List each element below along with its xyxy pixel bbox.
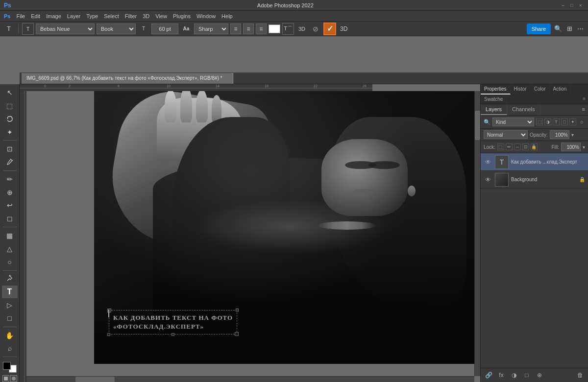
warp-text-icon[interactable]: T⌒ xyxy=(282,23,294,35)
tab-close-button[interactable]: × xyxy=(225,75,228,81)
tab-layers[interactable]: Layers xyxy=(481,104,507,115)
text-handle-br[interactable] xyxy=(172,333,174,336)
minimize-button[interactable]: – xyxy=(560,2,566,9)
align-right-button[interactable]: ≡ xyxy=(256,24,267,34)
canvas-vscroll-thumb[interactable] xyxy=(475,111,480,140)
menu-layer[interactable]: Layer xyxy=(67,13,81,19)
menu-view[interactable]: View xyxy=(155,13,167,19)
font-family-select[interactable]: Bebas Neue xyxy=(36,24,95,34)
text-warp-icon[interactable]: T xyxy=(22,23,34,35)
align-center-button[interactable]: ≡ xyxy=(243,24,254,34)
new-group-icon[interactable]: □ xyxy=(522,370,532,380)
filter-pixel-icon[interactable]: ⬚ xyxy=(536,119,543,125)
menu-help[interactable]: Help xyxy=(221,13,233,19)
panel-tab-history[interactable]: Histor xyxy=(511,84,531,95)
panel-collapse-icon[interactable]: ≡ xyxy=(580,95,588,104)
text-color-swatch[interactable] xyxy=(269,24,280,33)
shape-tool[interactable]: □ xyxy=(2,312,18,325)
quick-mask-mode[interactable] xyxy=(10,375,17,382)
lock-all-icon[interactable]: 🔒 xyxy=(531,143,538,150)
opacity-input[interactable] xyxy=(550,130,569,139)
share-button[interactable]: Share xyxy=(527,24,551,34)
menu-plugins[interactable]: Plugins xyxy=(173,13,191,19)
blur-tool[interactable]: △ xyxy=(2,242,18,255)
anti-alias-select[interactable]: Sharp xyxy=(194,24,228,34)
fill-arrow[interactable]: ▾ xyxy=(583,144,585,150)
history-brush-tool[interactable]: ↩ xyxy=(2,199,18,212)
photo-text-overlay[interactable]: КАК ДОБАВИТЬ ТЕКСТ НА ФОТО«ФОТОСКЛАД.ЭКС… xyxy=(109,310,237,334)
close-button[interactable]: × xyxy=(577,2,584,9)
color-swatches[interactable] xyxy=(2,361,18,374)
canvas-hscrollbar[interactable] xyxy=(26,376,474,382)
tab-channels[interactable]: Channels xyxy=(507,104,540,115)
fill-input[interactable] xyxy=(561,143,581,151)
canvas-hscroll-thumb[interactable] xyxy=(75,377,115,382)
pen-tool[interactable] xyxy=(2,272,18,285)
path-select-tool[interactable]: ▷ xyxy=(2,299,18,311)
zoom-tool[interactable]: ⌕ xyxy=(2,342,18,355)
hand-tool[interactable]: ✋ xyxy=(2,329,18,342)
lock-transparent-icon[interactable]: ⬚ xyxy=(497,143,504,150)
menu-filter[interactable]: Filter xyxy=(125,13,137,19)
cancel-transform-icon[interactable]: ⊘ xyxy=(310,23,321,35)
lock-pixels-icon[interactable]: ✏ xyxy=(506,143,513,150)
opacity-arrow[interactable]: ▾ xyxy=(571,132,574,138)
move-tool[interactable]: ↖ xyxy=(2,86,18,99)
layer-visibility-text[interactable]: 👁 xyxy=(484,158,492,167)
select-rect-tool[interactable]: ⬚ xyxy=(2,99,18,112)
more-options-icon[interactable]: ⋯ xyxy=(576,25,585,32)
menu-window[interactable]: Window xyxy=(196,13,216,19)
lock-artboard-icon[interactable]: ⊡ xyxy=(522,143,529,150)
menu-image[interactable]: Image xyxy=(46,13,61,19)
layer-effects-icon[interactable]: fx xyxy=(496,370,506,380)
lock-position-icon[interactable]: ↔ xyxy=(514,143,521,150)
commit-button[interactable]: ✓ xyxy=(323,23,336,35)
foreground-color[interactable] xyxy=(3,362,11,370)
photo-canvas[interactable]: КАК ДОБАВИТЬ ТЕКСТ НА ФОТО«ФОТОСКЛАД.ЭКС… xyxy=(94,91,480,364)
filter-smart-icon[interactable]: ✦ xyxy=(569,119,576,125)
menu-file[interactable]: File xyxy=(16,13,25,19)
panel-tab-properties[interactable]: Properties xyxy=(481,84,511,95)
crop-tool[interactable]: ⊡ xyxy=(2,143,18,155)
filter-adjust-icon[interactable]: ◑ xyxy=(544,119,551,125)
align-left-button[interactable]: ≡ xyxy=(230,24,241,34)
canvas-vscrollbar[interactable] xyxy=(474,91,480,376)
filter-toggle-button[interactable]: ○ xyxy=(578,119,585,125)
brush-tool[interactable]: ✏ xyxy=(2,173,18,186)
layer-item-background[interactable]: 👁 Background 🔒 xyxy=(481,171,588,189)
menu-edit[interactable]: Edit xyxy=(31,13,40,19)
filter-toggle-icon[interactable]: 🔍 xyxy=(484,119,490,125)
clone-stamp-tool[interactable]: ⊕ xyxy=(2,186,18,199)
type-tool[interactable]: T xyxy=(2,286,18,298)
maximize-button[interactable]: □ xyxy=(568,2,575,9)
menu-select[interactable]: Select xyxy=(104,13,119,19)
gradient-tool[interactable]: ▦ xyxy=(2,229,18,242)
panel-tab-color[interactable]: Color xyxy=(531,84,550,95)
lasso-tool[interactable] xyxy=(2,113,18,125)
case-toggle-icon[interactable]: Aa xyxy=(180,23,192,35)
magic-wand-tool[interactable]: ✦ xyxy=(2,126,18,139)
layers-panel-menu[interactable]: ≡ xyxy=(579,104,588,115)
blend-mode-select[interactable]: Normal xyxy=(484,130,528,139)
link-layers-icon[interactable]: 🔗 xyxy=(484,370,493,380)
delete-layer-icon[interactable]: 🗑 xyxy=(575,370,585,380)
text-handle-tr[interactable] xyxy=(236,309,239,311)
panel-tab-action[interactable]: Action xyxy=(550,84,571,95)
active-tab[interactable]: IMG_6609.psd @ 66,7% (Как добавить текст… xyxy=(22,73,233,84)
font-style-select[interactable]: Book xyxy=(97,24,136,34)
text-handle-bl[interactable] xyxy=(107,333,110,336)
font-size-input[interactable] xyxy=(151,24,178,34)
filter-shape-icon[interactable]: □ xyxy=(561,119,568,125)
filter-kind-select[interactable]: Kind xyxy=(492,118,534,126)
eyedropper-tool[interactable] xyxy=(2,156,18,168)
3d-icon[interactable]: 3D xyxy=(296,23,308,35)
workspace-icon[interactable]: ⊞ xyxy=(565,25,574,32)
search-icon[interactable]: 🔍 xyxy=(553,25,564,32)
panel-tab-swatches[interactable]: Swatche xyxy=(481,95,507,104)
menu-3d[interactable]: 3D xyxy=(143,13,149,19)
filter-type-icon[interactable]: T xyxy=(553,119,560,125)
add-mask-icon[interactable]: ◑ xyxy=(509,370,519,380)
text-orientation-icon[interactable]: T xyxy=(3,23,15,35)
menu-type[interactable]: Type xyxy=(86,13,98,19)
layer-visibility-bg[interactable]: 👁 xyxy=(484,175,492,184)
